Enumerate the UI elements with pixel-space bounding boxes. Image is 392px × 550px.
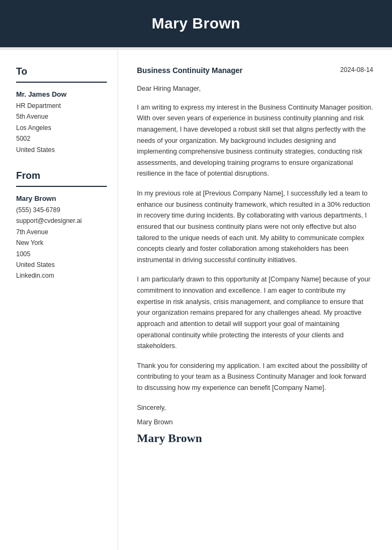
to-label: To [16, 66, 107, 77]
paragraph-4: Thank you for considering my application… [137, 360, 373, 394]
sender-city: New York [16, 237, 107, 248]
sender-country: United States [16, 259, 107, 270]
recipient-city: Los Angeles [16, 122, 107, 133]
content: To Mr. James Dow HR Department 5th Avenu… [0, 50, 392, 550]
signature: Mary Brown [137, 431, 373, 445]
letter-body: Dear Hiring Manager, I am writing to exp… [137, 83, 373, 394]
to-divider [16, 82, 107, 83]
sender-postal: 1005 [16, 249, 107, 259]
sender-street: 7th Avenue [16, 227, 107, 237]
from-section: From Mary Brown (555) 345-6789 support@c… [16, 170, 107, 281]
paragraph-1: I am writing to express my interest in t… [137, 102, 373, 179]
main-content: Business Continuity Manager 2024-08-14 D… [118, 50, 392, 550]
from-divider [16, 186, 107, 187]
closing-name: Mary Brown [137, 417, 373, 428]
recipient-name: Mr. James Dow [16, 90, 107, 98]
paragraph-2: In my previous role at [Previous Company… [137, 188, 373, 265]
sender-email: support@cvdesigner.ai [16, 215, 107, 226]
sidebar: To Mr. James Dow HR Department 5th Avenu… [0, 50, 118, 550]
sender-website: Linkedin.com [16, 270, 107, 281]
closing: Sincerely, [137, 402, 373, 414]
header-name: Mary Brown [21, 15, 371, 32]
recipient-postal: 5002 [16, 133, 107, 144]
recipient-street: 5th Avenue [16, 111, 107, 122]
date: 2024-08-14 [340, 66, 373, 74]
header: Mary Brown [0, 0, 392, 47]
recipient-department: HR Department [16, 100, 107, 111]
greeting: Dear Hiring Manager, [137, 83, 373, 95]
job-title: Business Continuity Manager [137, 66, 243, 75]
sender-name: Mary Brown [16, 194, 107, 202]
paragraph-3: I am particularly drawn to this opportun… [137, 274, 373, 351]
sender-phone: (555) 345-6789 [16, 205, 107, 215]
from-label: From [16, 170, 107, 182]
main-header-row: Business Continuity Manager 2024-08-14 [137, 66, 373, 75]
recipient-country: United States [16, 144, 107, 155]
page: Mary Brown To Mr. James Dow HR Departmen… [0, 0, 392, 550]
to-section: To Mr. James Dow HR Department 5th Avenu… [16, 66, 107, 155]
